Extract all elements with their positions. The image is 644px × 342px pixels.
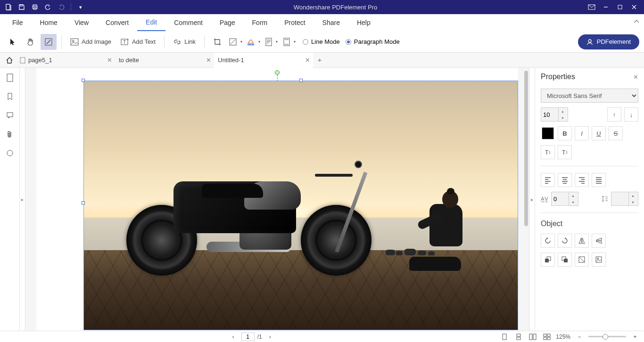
menu-page[interactable]: Page <box>211 14 244 31</box>
comments-icon[interactable] <box>3 108 17 122</box>
decrease-size-icon[interactable]: ↓ <box>624 107 638 122</box>
rotate-left-icon[interactable] <box>541 234 555 248</box>
tab-to-delte[interactable]: to delte ✕ <box>115 53 214 68</box>
paragraph-mode-radio[interactable]: Paragraph Mode <box>346 38 400 45</box>
tab-close-icon[interactable]: ✕ <box>206 57 211 64</box>
zoom-slider[interactable] <box>588 336 626 337</box>
char-spacing-input[interactable]: ▲▼ <box>551 192 578 206</box>
select-tool-icon[interactable] <box>5 34 21 50</box>
left-rail-expand-icon[interactable]: ▸ <box>20 68 25 331</box>
pdfelement-button[interactable]: PDFelement <box>578 34 639 49</box>
collapse-ribbon-icon[interactable] <box>634 20 639 24</box>
italic-icon[interactable]: I <box>575 126 589 140</box>
minimize-icon[interactable] <box>599 1 613 13</box>
menu-comment[interactable]: Comment <box>165 14 211 31</box>
background-tool-icon[interactable]: ▾ <box>245 34 261 50</box>
user-icon <box>586 39 593 45</box>
prev-page-icon[interactable]: ‹ <box>228 332 239 342</box>
add-text-button[interactable]: T+ Add Text <box>117 34 159 50</box>
print-icon[interactable] <box>29 1 41 13</box>
home-tab-icon[interactable] <box>3 54 16 67</box>
svg-rect-26 <box>7 113 13 117</box>
menu-convert[interactable]: Convert <box>97 14 137 31</box>
menu-share[interactable]: Share <box>314 14 348 31</box>
rotate-handle[interactable] <box>275 70 280 75</box>
selection-handle[interactable] <box>82 79 85 82</box>
font-family-select[interactable]: Microsoft Sans Serif <box>541 89 638 103</box>
align-justify-icon[interactable] <box>592 173 606 187</box>
zoom-out-icon[interactable]: − <box>574 332 585 342</box>
view-grid-icon[interactable] <box>542 332 552 342</box>
view-two-page-icon[interactable] <box>528 332 538 342</box>
menu-home[interactable]: Home <box>32 14 66 31</box>
align-center-icon[interactable] <box>558 173 572 187</box>
menu-view[interactable]: View <box>66 14 97 31</box>
save-icon[interactable] <box>16 1 27 13</box>
view-continuous-icon[interactable] <box>513 332 524 342</box>
tab-close-icon[interactable]: ✕ <box>107 57 112 64</box>
attachments-icon[interactable] <box>3 127 17 141</box>
scrollbar-thumb[interactable] <box>524 71 528 226</box>
underline-icon[interactable]: U <box>592 126 606 140</box>
line-mode-radio[interactable]: Line Mode <box>303 38 340 45</box>
undo-icon[interactable] <box>42 1 54 13</box>
link-button[interactable]: Link <box>169 34 199 50</box>
bring-front-icon[interactable] <box>541 252 555 267</box>
line-spacing-input[interactable]: ▲▼ <box>611 192 638 206</box>
menu-edit[interactable]: Edit <box>137 14 165 31</box>
strikethrough-icon[interactable]: S <box>609 126 623 140</box>
page-input[interactable] <box>241 333 255 341</box>
rotate-right-icon[interactable] <box>558 234 572 248</box>
edit-object-tool-icon[interactable] <box>41 34 57 50</box>
increase-size-icon[interactable]: ↑ <box>607 107 621 122</box>
menu-protect[interactable]: Protect <box>276 14 314 31</box>
qat-customize-icon[interactable]: ▾ <box>75 1 86 13</box>
watermark-tool-icon[interactable]: ▾ <box>227 34 243 50</box>
mail-icon[interactable] <box>585 1 599 13</box>
hand-tool-icon[interactable] <box>23 34 39 50</box>
selected-image[interactable] <box>83 81 518 330</box>
bold-icon[interactable]: B <box>558 126 572 140</box>
tab-untitled-1[interactable]: Untitled-1 ✕ <box>214 53 313 68</box>
tab-label: Untitled-1 <box>218 57 244 64</box>
canvas[interactable] <box>25 68 529 331</box>
align-right-icon[interactable] <box>575 173 589 187</box>
selection-handle[interactable] <box>299 79 303 82</box>
right-rail-expand-icon[interactable]: ▸ <box>529 68 535 331</box>
document-tabs: page5_1 ✕ to delte ✕ Untitled-1 ✕ ＋ <box>0 53 644 68</box>
crop-object-icon[interactable] <box>575 252 589 267</box>
tab-label: page5_1 <box>28 57 52 64</box>
align-left-icon[interactable] <box>541 173 555 187</box>
app-logo-icon[interactable] <box>3 1 14 13</box>
superscript-icon[interactable]: T1 <box>541 145 555 159</box>
left-rail <box>0 68 20 331</box>
menu-help[interactable]: Help <box>348 14 379 31</box>
close-panel-icon[interactable]: ✕ <box>633 73 638 81</box>
selection-handle[interactable] <box>82 201 85 204</box>
subscript-icon[interactable]: T1 <box>558 145 572 159</box>
next-page-icon[interactable]: › <box>265 332 275 342</box>
font-color-swatch[interactable] <box>541 126 555 140</box>
view-single-icon[interactable] <box>499 332 510 342</box>
add-tab-icon[interactable]: ＋ <box>313 54 326 67</box>
bates-tool-icon[interactable]: ▾ <box>281 34 297 50</box>
tab-page5_1[interactable]: page5_1 ✕ <box>16 53 115 68</box>
tab-close-icon[interactable]: ✕ <box>305 57 310 64</box>
menu-form[interactable]: Form <box>244 14 276 31</box>
maximize-icon[interactable] <box>613 1 627 13</box>
replace-image-icon[interactable] <box>592 252 606 267</box>
flip-vertical-icon[interactable] <box>592 234 606 248</box>
header-footer-tool-icon[interactable]: ▾ <box>263 34 279 50</box>
thumbnails-icon[interactable] <box>3 71 17 85</box>
flip-horizontal-icon[interactable] <box>575 234 589 248</box>
send-back-icon[interactable] <box>558 252 572 267</box>
bookmarks-icon[interactable] <box>3 90 17 104</box>
zoom-in-icon[interactable]: + <box>630 332 640 342</box>
add-image-button[interactable]: Add Image <box>66 34 115 50</box>
menu-file[interactable]: File <box>4 14 32 31</box>
crop-tool-icon[interactable] <box>209 34 225 50</box>
close-icon[interactable] <box>627 1 641 13</box>
shapes-icon[interactable] <box>3 146 17 160</box>
redo-icon[interactable] <box>56 1 67 13</box>
font-size-input[interactable]: ▲▼ <box>541 107 568 122</box>
